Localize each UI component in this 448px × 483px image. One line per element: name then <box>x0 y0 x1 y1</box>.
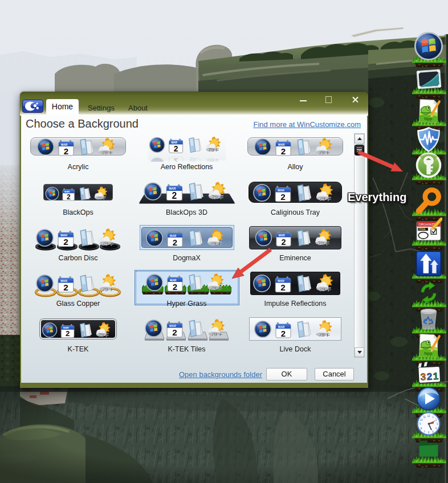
svg-text:1: 1 <box>433 371 438 382</box>
svg-text:2: 2 <box>426 371 432 382</box>
svg-text:3: 3 <box>420 371 426 382</box>
svg-text:12: 12 <box>427 415 430 417</box>
svg-text:11: 11 <box>423 416 426 419</box>
svg-text:FREE: FREE <box>418 228 426 231</box>
svg-text:10: 10 <box>420 419 423 421</box>
